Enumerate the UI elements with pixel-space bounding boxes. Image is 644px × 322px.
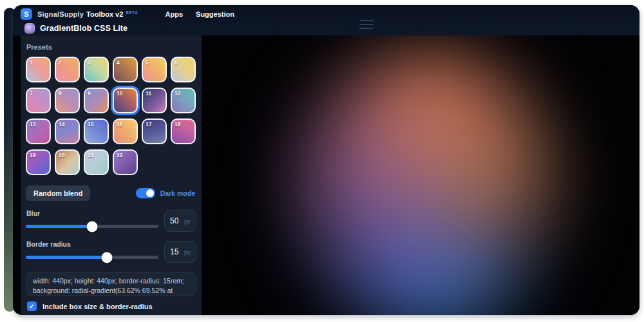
preset-number: 12: [175, 90, 180, 97]
preset-number: 21: [88, 152, 93, 158]
app-logo-icon[interactable]: S: [21, 8, 32, 20]
preset-swatch-16[interactable]: 16: [113, 118, 138, 144]
nav-suggestion[interactable]: Suggestion: [196, 10, 234, 18]
preset-swatch-18[interactable]: 18: [171, 118, 196, 144]
tool-title: GradientBlob CSS Lite: [40, 24, 128, 33]
check-icon: ✓: [29, 303, 34, 310]
product-name: Toolbox v2: [86, 10, 123, 18]
preset-number: 13: [30, 121, 35, 128]
preset-number: 10: [117, 90, 122, 97]
border-radius-slider-thumb[interactable]: [101, 252, 112, 263]
preset-swatch-6[interactable]: 6: [171, 57, 196, 82]
preset-swatch-15[interactable]: 15: [84, 118, 109, 144]
preset-number: 7: [30, 90, 33, 97]
dark-mode-toggle[interactable]: [136, 188, 155, 198]
blur-slider[interactable]: [26, 225, 158, 228]
border-radius-slider-fill: [26, 256, 107, 259]
preset-swatch-12[interactable]: 12: [171, 88, 196, 113]
preset-swatch-1[interactable]: 1: [26, 57, 51, 82]
random-blend-button[interactable]: Random blend: [26, 185, 90, 201]
app-window: S SignalSupply Toolbox v2 BETA Apps Sugg…: [13, 5, 639, 315]
preset-number: 17: [146, 121, 151, 128]
preset-swatch-3[interactable]: 3: [84, 57, 109, 82]
border-radius-slider[interactable]: [26, 256, 158, 259]
nav-apps[interactable]: Apps: [166, 10, 184, 18]
presets-grid: 12345678910111213141516171819202122: [26, 57, 196, 175]
border-radius-value-input[interactable]: 15 px: [164, 241, 196, 263]
border-radius-control: Border radius 15 px: [26, 240, 196, 263]
preset-number: 22: [117, 152, 122, 158]
preset-swatch-20[interactable]: 20: [55, 149, 80, 175]
blur-control: Blur 50 px: [26, 209, 196, 232]
blur-unit: px: [184, 218, 191, 225]
include-box-checkbox[interactable]: ✓: [27, 301, 37, 311]
toggle-knob: [146, 189, 154, 197]
preset-swatch-19[interactable]: 19: [26, 149, 51, 175]
preset-swatch-9[interactable]: 9: [84, 88, 109, 113]
blur-label: Blur: [26, 209, 158, 217]
preset-swatch-7[interactable]: 7: [26, 88, 51, 113]
preset-number: 19: [30, 152, 35, 158]
beta-badge: BETA: [126, 10, 138, 15]
preset-number: 11: [146, 90, 151, 97]
preset-number: 9: [88, 90, 91, 97]
preset-number: 1: [30, 59, 33, 66]
preset-number: 8: [59, 90, 62, 97]
include-box-label: Include box size & border-radius: [43, 303, 153, 310]
preset-swatch-17[interactable]: 17: [142, 118, 167, 144]
preset-number: 14: [59, 121, 64, 128]
preset-swatch-13[interactable]: 13: [26, 118, 51, 144]
preset-swatch-14[interactable]: 14: [55, 118, 80, 144]
controls-row: Random blend Dark mode: [26, 185, 196, 201]
preset-swatch-22[interactable]: 22: [113, 149, 138, 175]
preset-swatch-5[interactable]: 5: [142, 57, 167, 82]
blur-value-input[interactable]: 50 px: [164, 210, 196, 232]
preset-number: 6: [175, 59, 178, 66]
preset-number: 5: [146, 59, 149, 66]
topbar: S SignalSupply Toolbox v2 BETA Apps Sugg…: [13, 5, 639, 35]
menu-handle-icon[interactable]: [359, 20, 374, 29]
blur-value: 50: [170, 216, 178, 225]
blur-slider-thumb[interactable]: [87, 221, 98, 232]
preset-number: 20: [59, 152, 64, 158]
preset-swatch-10[interactable]: 10: [113, 88, 138, 113]
preset-swatch-11[interactable]: 11: [142, 88, 167, 113]
preset-swatch-2[interactable]: 2: [55, 57, 80, 82]
brand-row: S SignalSupply Toolbox v2 BETA Apps Sugg…: [21, 8, 234, 21]
preset-number: 2: [59, 59, 62, 66]
preview-canvas: [202, 35, 639, 315]
include-box-row: ✓ Include box size & border-radius: [27, 301, 196, 311]
gradient-blob: [284, 47, 567, 315]
presets-label: Presets: [26, 43, 196, 51]
preset-number: 15: [88, 121, 93, 128]
dark-mode-label: Dark mode: [160, 189, 195, 197]
gradientblob-icon: [24, 23, 35, 33]
preset-number: 3: [88, 59, 91, 66]
preset-number: 4: [117, 59, 120, 66]
preset-swatch-21[interactable]: 21: [84, 149, 109, 175]
border-radius-value: 15: [170, 247, 178, 256]
preset-swatch-4[interactable]: 4: [113, 57, 138, 82]
blur-slider-fill: [26, 225, 92, 228]
border-radius-unit: px: [184, 249, 191, 256]
tool-header: GradientBlob CSS Lite: [24, 22, 128, 35]
preset-number: 16: [117, 121, 122, 128]
preset-number: 18: [175, 121, 180, 128]
border-radius-label: Border radius: [26, 240, 158, 248]
css-output-box[interactable]: width: 440px; height: 440px; border-radi…: [26, 272, 196, 296]
preset-swatch-8[interactable]: 8: [55, 88, 80, 113]
sidebar: Presets 12345678910111213141516171819202…: [21, 35, 202, 315]
brand-name: SignalSupply: [37, 10, 84, 18]
logo-letter: S: [24, 10, 28, 18]
dark-mode-control: Dark mode: [136, 188, 195, 198]
